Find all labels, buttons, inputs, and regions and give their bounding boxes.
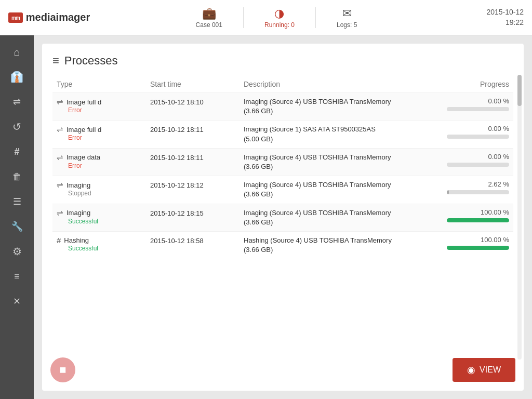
progress-bar-fill bbox=[447, 218, 509, 222]
sidebar-item-undo[interactable]: ↺ bbox=[4, 115, 30, 138]
type-status: Successful bbox=[68, 245, 150, 252]
sidebar-item-home[interactable]: ⌂ bbox=[4, 41, 30, 63]
cell-progress: 0.00 % bbox=[436, 125, 509, 139]
cell-description: Imaging (Source 4) USB TOSHIBA TransMemo… bbox=[244, 180, 436, 199]
close-icon: ✕ bbox=[13, 296, 21, 307]
menu-icon: ≡ bbox=[14, 271, 20, 282]
type-label: Image data bbox=[66, 153, 100, 161]
running-label: Running: 0 bbox=[264, 21, 295, 29]
col-progress: Progress bbox=[436, 80, 509, 88]
shuffle-row-icon: ⇌ bbox=[57, 180, 63, 190]
cell-type-main: ⇌ Imaging bbox=[57, 208, 150, 218]
processes-panel: ≡ Processes Type Start time Description … bbox=[42, 44, 524, 391]
cell-progress: 100.00 % bbox=[436, 208, 509, 222]
col-description: Description bbox=[244, 80, 436, 88]
col-start-time: Start time bbox=[150, 80, 244, 88]
table-row[interactable]: ⇌ Image data Error 2015-10-12 18:11 Imag… bbox=[52, 148, 513, 176]
cell-type: ⇌ Image full d Error bbox=[57, 97, 150, 114]
progress-percentage: 2.62 % bbox=[488, 180, 509, 188]
scroll-thumb[interactable] bbox=[517, 75, 522, 106]
cell-start-time: 2015-10-12 18:11 bbox=[150, 125, 244, 134]
logs-label: Logs: 5 bbox=[337, 21, 357, 29]
progress-bar-bg bbox=[447, 190, 509, 194]
shuffle-icon: ⇌ bbox=[13, 96, 21, 108]
cell-progress: 0.00 % bbox=[436, 97, 509, 111]
table-row[interactable]: ⇌ Imaging Successful 2015-10-12 18:15 Im… bbox=[52, 204, 513, 231]
header-center: 💼 Case 001 ◑ Running: 0 ✉ Logs: 5 bbox=[112, 7, 441, 29]
sidebar-item-shuffle[interactable]: ⇌ bbox=[4, 90, 30, 113]
content-area: ≡ Processes Type Start time Description … bbox=[34, 35, 532, 399]
shuffle-row-icon: ⇌ bbox=[57, 153, 63, 162]
cell-start-time: 2015-10-12 18:58 bbox=[150, 236, 244, 245]
logs-nav-item[interactable]: ✉ Logs: 5 bbox=[337, 7, 357, 29]
view-icon: ◉ bbox=[467, 364, 475, 376]
progress-bar-bg bbox=[447, 246, 509, 250]
cell-progress: 100.00 % bbox=[436, 236, 509, 250]
table-body: ⇌ Image full d Error 2015-10-12 18:10 Im… bbox=[52, 92, 513, 259]
hash-icon: # bbox=[14, 147, 19, 157]
cell-type: ⇌ Image full d Error bbox=[57, 125, 150, 141]
settings-icon: ⚙ bbox=[12, 245, 22, 258]
sidebar-item-briefcase[interactable]: 👔 bbox=[4, 65, 30, 88]
type-status: Error bbox=[68, 162, 150, 169]
cell-type-main: # Hashing bbox=[57, 236, 150, 245]
case-nav-item[interactable]: 💼 Case 001 bbox=[196, 7, 222, 29]
progress-bar-bg bbox=[447, 163, 509, 167]
save-icon: ■ bbox=[59, 363, 66, 377]
page-title: Processes bbox=[64, 54, 118, 68]
cell-type: ⇌ Imaging Stopped bbox=[57, 180, 150, 197]
table-header: Type Start time Description Progress bbox=[52, 78, 513, 90]
sidebar-item-settings[interactable]: ⚙ bbox=[4, 240, 30, 263]
type-label: Imaging bbox=[66, 209, 90, 217]
progress-percentage: 0.00 % bbox=[488, 153, 509, 161]
scrollbar[interactable] bbox=[517, 75, 522, 360]
cell-description: Hashing (Source 4) USB TOSHIBA TransMemo… bbox=[244, 236, 436, 255]
progress-percentage: 0.00 % bbox=[488, 125, 509, 132]
date-text: 2015-10-12 bbox=[441, 7, 524, 18]
sidebar-item-hash[interactable]: # bbox=[4, 140, 30, 163]
sidebar-item-menu[interactable]: ≡ bbox=[4, 265, 30, 288]
cell-type: ⇌ Imaging Successful bbox=[57, 208, 150, 225]
cell-type-main: ⇌ Image full d bbox=[57, 125, 150, 134]
cell-description: Imaging (Source 1) SAS ATA ST9500325AS(5… bbox=[244, 125, 436, 143]
logs-icon: ✉ bbox=[342, 7, 352, 20]
sidebar: ⌂ 👔 ⇌ ↺ # 🗑 ☰ 🔧 ⚙ ≡ ✕ bbox=[0, 35, 34, 399]
running-icon: ◑ bbox=[274, 7, 284, 20]
view-label: VIEW bbox=[480, 365, 501, 375]
running-nav-item[interactable]: ◑ Running: 0 bbox=[264, 7, 295, 29]
panel-title-icon: ≡ bbox=[52, 54, 59, 68]
home-icon: ⌂ bbox=[14, 46, 20, 58]
sidebar-item-list[interactable]: ☰ bbox=[4, 190, 30, 213]
cell-description: Imaging (Source 4) USB TOSHIBA TransMemo… bbox=[244, 153, 436, 171]
briefcase-icon: 👔 bbox=[10, 71, 23, 83]
time-text: 19:22 bbox=[441, 18, 524, 28]
sidebar-item-wrench[interactable]: 🔧 bbox=[4, 215, 30, 238]
sidebar-item-trash[interactable]: 🗑 bbox=[4, 165, 30, 188]
table-row[interactable]: ⇌ Image full d Error 2015-10-12 18:11 Im… bbox=[52, 120, 513, 148]
type-status: Stopped bbox=[68, 190, 150, 197]
save-button[interactable]: ■ bbox=[50, 357, 75, 382]
cell-start-time: 2015-10-12 18:11 bbox=[150, 153, 244, 162]
logo-area: mm mediaimager bbox=[8, 11, 112, 23]
table-row[interactable]: ⇌ Imaging Stopped 2015-10-12 18:12 Imagi… bbox=[52, 176, 513, 203]
progress-percentage: 0.00 % bbox=[488, 97, 509, 105]
progress-percentage: 100.00 % bbox=[481, 208, 509, 216]
progress-bar-fill bbox=[447, 246, 509, 250]
table-row[interactable]: # Hashing Successful 2015-10-12 18:58 Ha… bbox=[52, 231, 513, 259]
cell-progress: 0.00 % bbox=[436, 153, 509, 167]
panel-header: ≡ Processes bbox=[52, 54, 513, 68]
cell-type-main: ⇌ Image full d bbox=[57, 97, 150, 107]
case-icon: 💼 bbox=[202, 7, 216, 20]
logo-box: mm bbox=[8, 12, 23, 23]
type-label: Image full d bbox=[66, 126, 101, 134]
header-divider-1 bbox=[243, 7, 244, 28]
cell-description: Imaging (Source 4) USB TOSHIBA TransMemo… bbox=[244, 97, 436, 116]
table-row[interactable]: ⇌ Image full d Error 2015-10-12 18:10 Im… bbox=[52, 92, 513, 120]
datetime-display: 2015-10-12 19:22 bbox=[441, 7, 524, 28]
sidebar-item-close[interactable]: ✕ bbox=[4, 290, 30, 313]
shuffle-row-icon: ⇌ bbox=[57, 97, 63, 107]
view-button[interactable]: ◉ VIEW bbox=[453, 358, 515, 382]
logo-text: mediaimager bbox=[26, 11, 90, 23]
cell-description: Imaging (Source 4) USB TOSHIBA TransMemo… bbox=[244, 208, 436, 227]
type-status: Error bbox=[68, 107, 150, 114]
